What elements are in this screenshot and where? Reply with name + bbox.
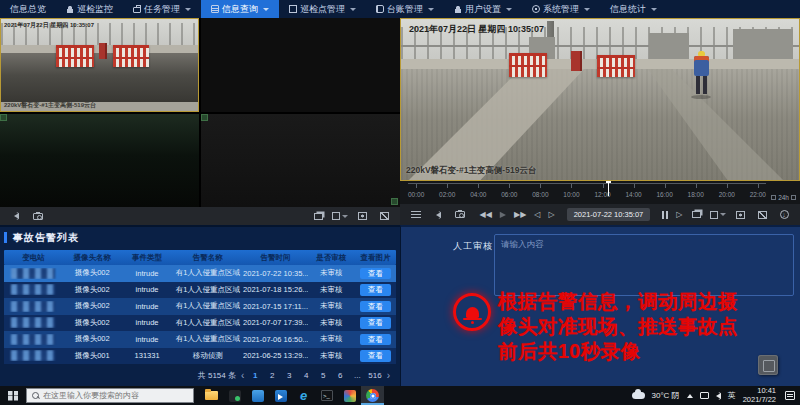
- worker-figure: [689, 51, 713, 101]
- page-button[interactable]: 2: [266, 369, 278, 382]
- app-icon-dark[interactable]: [223, 386, 246, 405]
- pause-button[interactable]: [662, 211, 668, 219]
- substation-cell: [4, 301, 63, 312]
- taskbar-search[interactable]: [26, 388, 194, 403]
- download-button[interactable]: ↓: [776, 208, 792, 222]
- floating-widget[interactable]: [758, 355, 778, 375]
- volume-button[interactable]: [430, 208, 446, 222]
- tick-label: 02:00: [439, 184, 455, 200]
- review-comment-input[interactable]: [494, 234, 794, 296]
- redacted-text: [11, 284, 55, 295]
- nav-label: 信息统计: [610, 3, 646, 16]
- nav-item-ledger-mgmt[interactable]: 台账管理: [366, 0, 444, 18]
- file-explorer-icon[interactable]: [200, 386, 223, 405]
- video-pane-1[interactable]: 2021年07月22日 星期四 10:35:07 220kV磐石变-#1主变高侧…: [0, 18, 199, 112]
- playback-timeline[interactable]: 00:00 02:00 04:00 06:00 08:00 10:00 12:0…: [400, 181, 800, 204]
- table-row[interactable]: 摄像头002 intrude 有1人入侵重点区域 2021-07-22 10:3…: [4, 265, 396, 282]
- event-cell: 131331: [122, 351, 173, 360]
- page-button[interactable]: 3: [283, 369, 295, 382]
- windows-taskbar: 30°C 阴 英 10:41 2021/7/22: [0, 386, 800, 405]
- page-button[interactable]: 6: [334, 369, 346, 382]
- red-safety-fence: [509, 53, 547, 77]
- view-image-button[interactable]: 查看: [360, 284, 391, 296]
- single-view-button[interactable]: [354, 209, 370, 223]
- next-page-button[interactable]: [387, 370, 390, 382]
- table-row[interactable]: 摄像头002 intrude 有1人入侵重点区域 2021-07-06 16:5…: [4, 331, 396, 348]
- layout-grid-button[interactable]: [710, 208, 726, 222]
- start-button[interactable]: [0, 386, 26, 405]
- alarm-cell: 有1人入侵重点区域: [173, 334, 244, 344]
- alarm-list-panel: 事故告警列表 变电站 摄像头名称 事件类型 告警名称 告警时间 是否审核 查看图…: [0, 225, 400, 386]
- pip-button[interactable]: [310, 209, 326, 223]
- app-icon-color[interactable]: [338, 386, 361, 405]
- weather-text[interactable]: 30°C 阴: [652, 390, 680, 401]
- page-button[interactable]: 516: [368, 369, 381, 382]
- view-image-button[interactable]: 查看: [360, 268, 391, 280]
- page-button[interactable]: 1: [249, 369, 261, 382]
- nav-label: 用户设置: [465, 3, 501, 16]
- camera-cell: 摄像头002: [63, 268, 122, 278]
- main-camera-view[interactable]: 2021年07月22日 星期四 10:35:07 220kV磐石变-#1主变高侧…: [400, 18, 800, 181]
- pip-button[interactable]: [688, 208, 704, 222]
- search-input[interactable]: [43, 391, 183, 400]
- page-button[interactable]: 4: [300, 369, 312, 382]
- tick-label: 10:00: [563, 184, 579, 200]
- step-forward-button[interactable]: ▷: [548, 210, 554, 219]
- table-row[interactable]: 摄像头002 intrude 有1人入侵重点区域 2021-07-18 15:2…: [4, 282, 396, 299]
- network-icon[interactable]: [700, 392, 709, 399]
- snapshot-button[interactable]: [30, 209, 46, 223]
- nav-item-overview[interactable]: 信息总览: [0, 0, 56, 18]
- app-icon-blue[interactable]: [246, 386, 269, 405]
- nav-item-info-query[interactable]: 信息查询: [201, 0, 279, 18]
- app-icon-share[interactable]: [269, 386, 292, 405]
- hidden-icons-chevron[interactable]: [687, 394, 693, 398]
- play-button[interactable]: ▷: [676, 210, 682, 219]
- nav-item-patrol-point-mgmt[interactable]: 巡检点管理: [279, 0, 366, 18]
- nav-item-user-settings[interactable]: 用户设置: [444, 0, 522, 18]
- zoom-out-icon[interactable]: [771, 195, 776, 200]
- nav-item-patrol-monitor[interactable]: 巡检监控: [56, 0, 123, 18]
- video-pane-3[interactable]: [0, 114, 199, 207]
- language-indicator[interactable]: 英: [728, 390, 736, 401]
- table-row[interactable]: 摄像头002 intrude 有1人入侵重点区域 2021-07-07 17:3…: [4, 315, 396, 332]
- rewind-button[interactable]: ◀◀: [480, 210, 492, 219]
- range-selector[interactable]: 24h: [771, 194, 796, 201]
- layout-grid-button[interactable]: [332, 209, 348, 223]
- view-image-button[interactable]: 查看: [360, 317, 391, 329]
- view-image-button[interactable]: 查看: [360, 350, 391, 362]
- alert-bell-badge: [453, 293, 491, 331]
- table-row[interactable]: 摄像头002 intrude 有1人入侵重点区域 2021-07-15 17:1…: [4, 298, 396, 315]
- prev-page-button[interactable]: [241, 370, 244, 382]
- video-pane-4[interactable]: [201, 114, 400, 207]
- fullscreen-button[interactable]: [376, 209, 392, 223]
- play-speed-button[interactable]: ▶: [500, 210, 506, 219]
- nav-label: 系统管理: [543, 3, 579, 16]
- nav-item-info-stats[interactable]: 信息统计: [600, 0, 667, 18]
- page-button[interactable]: 5: [317, 369, 329, 382]
- table-row[interactable]: 摄像头001 131331 移动侦测 2021-06-25 13:29... 未…: [4, 348, 396, 365]
- view-image-button[interactable]: 查看: [360, 301, 391, 313]
- chrome-icon[interactable]: [361, 386, 384, 405]
- person-icon: [454, 5, 462, 13]
- internet-explorer-icon[interactable]: [292, 386, 315, 405]
- snapshot-button[interactable]: [452, 208, 468, 222]
- grid-icon: [289, 5, 297, 13]
- single-view-button[interactable]: [732, 208, 748, 222]
- nav-item-system-mgmt[interactable]: 系统管理: [522, 0, 600, 18]
- terminal-icon[interactable]: [315, 386, 338, 405]
- nav-item-task-mgmt[interactable]: 任务管理: [123, 0, 201, 18]
- arrow-app-glyph: [275, 390, 287, 402]
- view-image-button[interactable]: 查看: [360, 334, 391, 346]
- playhead-marker[interactable]: [608, 182, 609, 196]
- zoom-in-icon[interactable]: [791, 195, 796, 200]
- stream-settings-button[interactable]: [408, 208, 424, 222]
- volume-button[interactable]: [8, 209, 24, 223]
- volume-icon[interactable]: [716, 393, 721, 399]
- video-pane-2[interactable]: [201, 18, 400, 112]
- fullscreen-button[interactable]: [754, 208, 770, 222]
- action-center-icon[interactable]: [785, 391, 795, 400]
- clock[interactable]: 10:41 2021/7/22: [743, 387, 776, 404]
- step-back-button[interactable]: ◁: [534, 210, 540, 219]
- fast-forward-button[interactable]: ▶▶: [514, 210, 526, 219]
- event-cell: intrude: [122, 269, 173, 278]
